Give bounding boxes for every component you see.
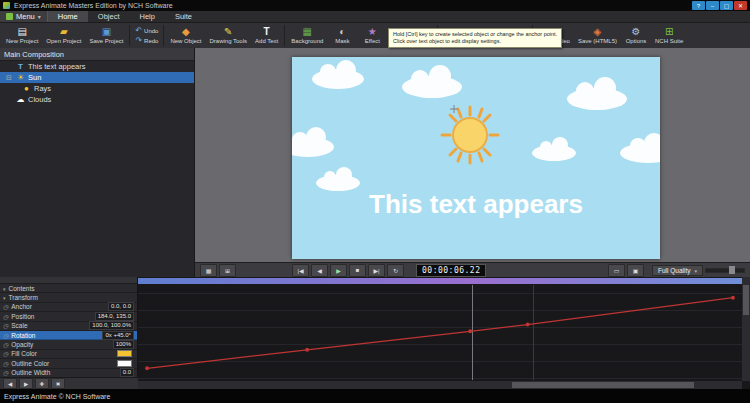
close-button[interactable] — [734, 1, 747, 10]
expander-icon[interactable] — [6, 74, 13, 82]
objects-panel-title: Main Composition — [0, 48, 194, 61]
minimize-button[interactable] — [706, 1, 719, 10]
property-row-anchor[interactable]: Anchor 0.0, 0.0 — [0, 303, 137, 312]
stopwatch-icon[interactable] — [3, 322, 8, 329]
drawing-tools-button[interactable]: Drawing Tools — [205, 25, 251, 46]
property-row-position[interactable]: Position 184.0, 135.0 — [0, 312, 137, 321]
sun-object[interactable] — [442, 107, 498, 163]
loop-button[interactable] — [387, 264, 404, 277]
delete-keyframe-button[interactable] — [51, 378, 65, 389]
stopwatch-icon[interactable] — [3, 350, 8, 357]
objects-panel: Main Composition This text appears Sun R… — [0, 48, 195, 277]
new-project-button[interactable]: New Project — [2, 25, 42, 46]
previous-frame-button[interactable] — [311, 264, 328, 277]
open-project-button[interactable]: Open Project — [42, 25, 85, 46]
property-value[interactable]: 184.0, 135.0 — [95, 312, 134, 321]
object-item-rays[interactable]: Rays — [0, 83, 194, 94]
new-project-icon — [17, 26, 26, 38]
property-row-scale[interactable]: Scale 100.0, 100.0% — [0, 322, 137, 331]
stopwatch-icon[interactable] — [3, 303, 8, 310]
button-label: Undo — [144, 28, 158, 34]
stopwatch-icon[interactable] — [3, 341, 8, 348]
button-label: New Object — [170, 38, 201, 45]
quality-dropdown[interactable]: Full Quality — [652, 265, 703, 276]
property-value[interactable]: 100% — [113, 340, 134, 349]
horizontal-scrollbar[interactable] — [138, 381, 742, 389]
maximize-button[interactable] — [720, 1, 733, 10]
tab-home[interactable]: Home — [48, 11, 88, 22]
stopwatch-icon[interactable] — [3, 313, 8, 320]
object-item-clouds[interactable]: Clouds — [0, 94, 194, 105]
help-button[interactable] — [692, 1, 705, 10]
background-button[interactable]: Background — [287, 25, 327, 46]
play-button[interactable] — [330, 264, 347, 277]
text-object-icon — [16, 62, 25, 71]
vertical-scrollbar[interactable] — [742, 277, 750, 381]
button-label: Open Project — [46, 38, 81, 45]
canvas-text-object[interactable]: This text appears — [369, 189, 583, 219]
property-row-fill-color[interactable]: Fill Color — [0, 350, 137, 359]
property-row-rotation[interactable]: Rotation 0x +45.0° — [0, 331, 137, 340]
property-row-contents[interactable]: Contents — [0, 284, 137, 293]
quality-value: Full Quality — [658, 267, 691, 274]
scrollbar-thumb[interactable] — [512, 382, 693, 388]
menu-button[interactable]: Menu — [0, 11, 48, 22]
stopwatch-icon[interactable] — [3, 360, 8, 367]
property-value[interactable]: 100.0, 100.0% — [89, 321, 134, 330]
scrollbar-thumb[interactable] — [743, 285, 749, 315]
effect-button[interactable]: Effect — [357, 25, 387, 46]
menu-bar: Menu Home Object Help Suite — [0, 11, 750, 23]
previous-keyframe-button[interactable] — [3, 378, 17, 389]
go-to-end-button[interactable] — [368, 264, 385, 277]
next-keyframe-button[interactable] — [19, 378, 33, 389]
timecode-display: 00:00:06.22 — [416, 264, 486, 277]
tooltip-line-2: Click over text object to edit display s… — [393, 38, 557, 45]
property-row-opacity[interactable]: Opacity 100% — [0, 340, 137, 349]
fill-color-swatch[interactable] — [117, 350, 132, 357]
fit-view-button[interactable] — [608, 264, 625, 277]
new-object-button[interactable]: New Object — [166, 25, 205, 46]
tab-suite[interactable]: Suite — [165, 11, 202, 22]
rays-object-icon — [22, 84, 31, 93]
menu-button-label: Menu — [16, 12, 35, 21]
button-label: Add Text — [255, 38, 278, 45]
tab-help[interactable]: Help — [129, 11, 164, 22]
mask-button[interactable]: Mask — [327, 25, 357, 46]
add-text-button[interactable]: Add Text — [251, 25, 282, 46]
save-project-button[interactable]: Save Project — [85, 25, 127, 46]
button-label: Save (HTML5) — [578, 38, 617, 45]
add-keyframe-button[interactable] — [35, 378, 49, 389]
stop-button[interactable] — [349, 264, 366, 277]
property-value[interactable]: 0.0 — [120, 368, 134, 377]
undo-button[interactable]: Undo — [132, 26, 161, 35]
button-label: Mask — [335, 38, 349, 45]
stage-svg: This text appears — [292, 57, 660, 259]
options-button[interactable]: Options — [621, 25, 651, 46]
property-row-transform[interactable]: Transform — [0, 293, 137, 302]
zoom-slider[interactable] — [705, 268, 745, 273]
keyframe-graph[interactable] — [138, 277, 750, 389]
zoom-slider-thumb[interactable] — [729, 266, 735, 274]
object-track-bar[interactable] — [138, 278, 742, 284]
property-value[interactable]: 0.0, 0.0 — [108, 302, 134, 311]
stopwatch-icon[interactable] — [3, 332, 8, 339]
property-label: Opacity — [11, 341, 33, 348]
tab-object[interactable]: Object — [88, 11, 130, 22]
toggle-grid-button[interactable] — [200, 264, 217, 277]
save-html5-button[interactable]: Save (HTML5) — [574, 25, 621, 46]
menu-icon — [6, 13, 13, 20]
property-value[interactable]: 0x +45.0° — [102, 331, 134, 340]
object-item-sun[interactable]: Sun — [0, 72, 194, 83]
outline-color-swatch[interactable] — [117, 360, 132, 367]
property-row-outline-color[interactable]: Outline Color — [0, 359, 137, 368]
stopwatch-icon[interactable] — [3, 369, 8, 376]
object-item-text[interactable]: This text appears — [0, 61, 194, 72]
property-label: Position — [11, 313, 34, 320]
redo-button[interactable]: Redo — [132, 36, 161, 45]
animation-canvas[interactable]: This text appears — [292, 57, 660, 259]
toggle-bounds-button[interactable] — [219, 264, 236, 277]
sun-object-icon — [16, 73, 25, 82]
actual-size-button[interactable] — [627, 264, 644, 277]
go-to-start-button[interactable] — [292, 264, 309, 277]
nch-suite-button[interactable]: NCH Suite — [651, 25, 687, 46]
